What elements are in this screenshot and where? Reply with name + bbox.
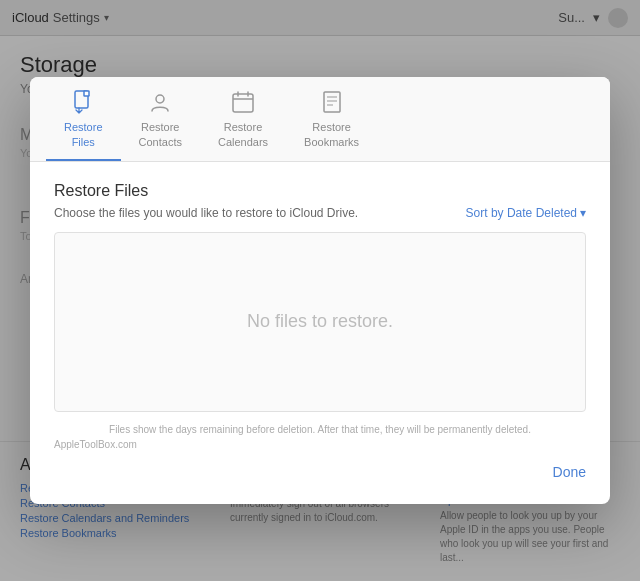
modal-body: Restore Files Choose the files you would… (30, 162, 610, 504)
bookmarks-icon (319, 89, 345, 115)
svg-rect-7 (324, 92, 340, 112)
svg-rect-1 (84, 91, 89, 96)
modal-desc-row: Choose the files you would like to resto… (54, 206, 586, 220)
svg-rect-3 (233, 94, 253, 112)
tab-files-label: RestoreFiles (64, 120, 103, 149)
files-list-area: No files to restore. (54, 232, 586, 412)
modal-actions: Done (54, 464, 586, 484)
modal-overlay: RestoreFiles RestoreContacts RestoreCale… (0, 0, 640, 581)
svg-point-2 (156, 95, 164, 103)
tab-contacts-label: RestoreContacts (139, 120, 182, 149)
contacts-icon (147, 89, 173, 115)
tab-restore-contacts[interactable]: RestoreContacts (121, 77, 200, 161)
sort-chevron-icon: ▾ (580, 206, 586, 220)
calendar-icon (230, 89, 256, 115)
tab-restore-calendars[interactable]: RestoreCalendars (200, 77, 286, 161)
modal-tab-bar: RestoreFiles RestoreContacts RestoreCale… (30, 77, 610, 162)
modal-section-title: Restore Files (54, 182, 586, 200)
tab-restore-bookmarks[interactable]: RestoreBookmarks (286, 77, 377, 161)
watermark: AppleToolBox.com (54, 439, 586, 450)
sort-button[interactable]: Sort by Date Deleted ▾ (466, 206, 586, 220)
sort-label-text: Sort by Date Deleted (466, 206, 577, 220)
file-icon (70, 89, 96, 115)
tab-bookmarks-label: RestoreBookmarks (304, 120, 359, 149)
tab-restore-files[interactable]: RestoreFiles (46, 77, 121, 161)
tab-calendars-label: RestoreCalendars (218, 120, 268, 149)
done-button[interactable]: Done (553, 464, 586, 480)
footer-note: Files show the days remaining before del… (54, 424, 586, 435)
modal-description: Choose the files you would like to resto… (54, 206, 358, 220)
no-files-message: No files to restore. (247, 311, 393, 332)
restore-modal: RestoreFiles RestoreContacts RestoreCale… (30, 77, 610, 504)
